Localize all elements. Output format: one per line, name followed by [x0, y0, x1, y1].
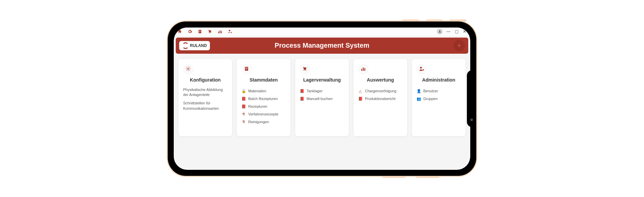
card-item-label: Produktionsbericht [365, 97, 395, 101]
card-item-label: Rezepturen [248, 104, 267, 108]
svg-point-8 [231, 32, 232, 33]
card-description: Schnittstellen für Kommunikationsarten [183, 101, 227, 111]
cart-icon[interactable] [207, 29, 213, 34]
app-header: RULAND Process Management System + [176, 38, 468, 54]
svg-rect-10 [245, 67, 248, 71]
cart-icon [300, 64, 310, 74]
svg-rect-1 [199, 31, 201, 31]
user-gear-icon [417, 64, 427, 74]
svg-rect-4 [218, 32, 219, 33]
maximize-button[interactable]: ▢ [454, 29, 459, 34]
flask-icon: ⚗ [241, 120, 246, 124]
minimize-button[interactable]: — [446, 29, 451, 34]
card-lagerverwaltung[interactable]: Lagerverwaltung 📕Tanklager 📕Manuell buch… [295, 59, 349, 136]
add-button[interactable]: + [453, 40, 465, 51]
card-item-gruppen[interactable]: 👥Gruppen [417, 95, 461, 103]
logo-icon [182, 42, 189, 49]
top-toolbar: A — ▢ ✕ [174, 28, 470, 36]
svg-rect-3 [199, 32, 201, 32]
card-auswertung[interactable]: Auswertung △Chargenverfolgung 📕Produktio… [354, 59, 407, 136]
warning-icon: △ [358, 89, 362, 93]
card-title: Auswertung [358, 77, 402, 83]
card-item-batch-rezepturen[interactable]: 📕Batch Rezepturen [241, 95, 286, 103]
document-icon[interactable] [197, 29, 203, 34]
gear-icon [183, 64, 193, 74]
lock-icon: 🔒 [241, 89, 246, 93]
svg-point-7 [229, 30, 230, 32]
device-physical-button [449, 19, 466, 21]
card-title: Stammdaten [241, 77, 286, 83]
card-item-label: Gruppen [423, 97, 438, 101]
card-item-label: Reinigungen [248, 120, 269, 124]
card-description: Physikalische Abbildung der Anlagenteile [183, 87, 227, 98]
bar-chart-icon[interactable] [217, 29, 223, 34]
device-physical-button [402, 19, 419, 21]
card-item-produktionsbericht[interactable]: 📕Produktionsbericht [358, 95, 402, 103]
svg-rect-5 [220, 31, 220, 34]
document-icon: 📕 [300, 89, 304, 93]
user-icon: 👤 [417, 89, 421, 93]
svg-rect-6 [221, 31, 222, 33]
svg-rect-14 [361, 69, 362, 71]
document-icon [241, 64, 252, 74]
svg-point-17 [420, 67, 422, 68]
card-title: Administration [417, 77, 461, 83]
user-gear-icon[interactable] [227, 29, 233, 34]
card-item-label: Tanklager [307, 89, 323, 93]
device-notch [467, 70, 476, 127]
card-item-reinigungen[interactable]: ⚗Reinigungen [241, 118, 286, 126]
card-item-label: Benutzer [423, 89, 438, 93]
card-stammdaten[interactable]: Stammdaten 🔒Materialien 📕Batch Rezepture… [237, 59, 290, 136]
page-title: Process Management System [275, 42, 369, 49]
document-icon: 📕 [300, 97, 304, 101]
card-item-label: Batch Rezepturen [248, 97, 278, 101]
svg-rect-13 [246, 69, 247, 69]
svg-rect-0 [199, 30, 201, 33]
card-item-verfahrensrezepte[interactable]: ⚗Verfahrensrezepte [241, 110, 286, 118]
svg-point-18 [423, 69, 424, 70]
card-item-materialien[interactable]: 🔒Materialien [241, 87, 286, 95]
logo[interactable]: RULAND [179, 41, 210, 50]
card-item-label: Verfahrensrezepte [248, 112, 278, 116]
logo-text: RULAND [190, 43, 207, 48]
card-item-label: Manuell buchen [307, 97, 333, 101]
device-physical-button [416, 176, 439, 178]
svg-point-9 [187, 68, 189, 69]
card-item-label: Chargenverfolgung [365, 89, 396, 93]
document-icon: 📕 [241, 104, 246, 109]
device-physical-button [426, 19, 443, 21]
users-icon: 👥 [417, 97, 421, 101]
home-icon[interactable] [177, 29, 182, 34]
card-item-rezepturen[interactable]: 📕Rezepturen [241, 103, 286, 110]
dashboard-cards: Konfiguration Physikalische Abbildung de… [174, 55, 470, 140]
app-screen: A — ▢ ✕ RULAND Process Management System… [174, 28, 470, 170]
card-title: Lagerverwaltung [300, 77, 344, 83]
card-item-manuell-buchen[interactable]: 📕Manuell buchen [300, 95, 344, 103]
svg-rect-15 [363, 67, 364, 71]
close-button[interactable]: ✕ [462, 29, 467, 34]
gear-icon[interactable] [187, 29, 193, 34]
device-physical-button [382, 176, 406, 178]
svg-rect-12 [246, 68, 248, 68]
document-icon: 📕 [358, 97, 362, 101]
svg-rect-2 [199, 31, 201, 32]
flask-icon: ⚗ [241, 112, 246, 116]
card-item-benutzer[interactable]: 👤Benutzer [417, 87, 461, 95]
card-konfiguration[interactable]: Konfiguration Physikalische Abbildung de… [178, 59, 232, 136]
card-item-tanklager[interactable]: 📕Tanklager [300, 87, 344, 95]
svg-rect-11 [246, 67, 248, 68]
card-administration[interactable]: Administration 👤Benutzer 👥Gruppen [412, 59, 466, 136]
avatar[interactable]: A [437, 29, 443, 35]
card-item-label: Materialien [248, 89, 266, 93]
document-icon: 📕 [241, 97, 246, 101]
device-frame: A — ▢ ✕ RULAND Process Management System… [168, 21, 476, 176]
svg-rect-16 [364, 68, 365, 71]
card-title: Konfiguration [183, 77, 227, 83]
card-item-chargenverfolgung[interactable]: △Chargenverfolgung [358, 87, 402, 95]
bar-chart-icon [358, 64, 368, 74]
